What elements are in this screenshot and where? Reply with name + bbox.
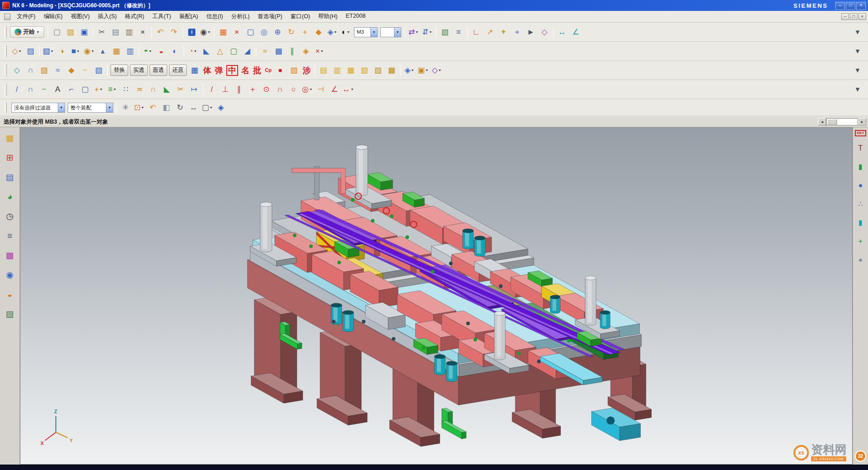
key-function-button[interactable]: ✦: [497, 25, 510, 39]
tool-palette-button[interactable]: T: [854, 141, 868, 155]
molecule-button[interactable]: ∴: [854, 197, 868, 211]
more-surface-button[interactable]: ◇▼: [430, 64, 444, 77]
intersect-button[interactable]: ◐: [168, 45, 182, 58]
menu-et2008[interactable]: ET2008: [342, 11, 370, 22]
delete-button[interactable]: ×: [136, 25, 150, 39]
redo-button[interactable]: ↷: [167, 25, 181, 39]
key-tips-button[interactable]: KEY: [855, 130, 866, 136]
intersection-point-button[interactable]: ⊙: [259, 83, 273, 96]
boss-button[interactable]: ▴: [96, 45, 110, 58]
fit-view-button[interactable]: ↻: [284, 25, 298, 39]
reuse-library-button[interactable]: ◕: [3, 190, 17, 203]
app-icon[interactable]: [2, 2, 10, 9]
text-button[interactable]: A: [51, 83, 65, 96]
ruled-surface-button[interactable]: ▨: [37, 64, 51, 77]
new-window-button[interactable]: ▢: [244, 25, 257, 39]
view-orientation-button[interactable]: ◈▼: [325, 25, 339, 39]
cut-button[interactable]: ✂: [95, 25, 109, 39]
circle-diameter-button[interactable]: ◎▼: [300, 83, 314, 96]
selection-filter-combo[interactable]: 没有选择过滤器▼: [11, 103, 65, 113]
add-tool-button[interactable]: +: [854, 235, 868, 248]
mdi-close-button[interactable]: ×: [858, 13, 866, 20]
name-button[interactable]: 名: [239, 64, 251, 77]
close-button[interactable]: ×: [856, 2, 866, 10]
cue-scroll-thumb[interactable]: [827, 119, 837, 125]
undo-button[interactable]: ↶: [154, 25, 167, 39]
find-component-button[interactable]: ◉▼: [199, 25, 212, 39]
menu-tools[interactable]: 工具(T): [148, 11, 175, 22]
fillet-button[interactable]: ∩: [146, 83, 160, 96]
replace-button[interactable]: 替换: [110, 65, 128, 76]
grid-face-button[interactable]: ▦: [188, 64, 201, 77]
sphere-tool-button[interactable]: ●: [854, 179, 868, 192]
face-analyze-button[interactable]: ▩: [385, 64, 399, 77]
view-combo[interactable]: ▼: [380, 27, 401, 37]
menu-format[interactable]: 格式(R): [121, 11, 148, 22]
green-cell-button[interactable]: ▮: [854, 160, 868, 174]
thicken-button[interactable]: ▧: [92, 64, 105, 77]
menu-help[interactable]: 帮助(H): [314, 11, 341, 22]
block-button[interactable]: ■▼: [69, 45, 82, 58]
vector-constructor-button[interactable]: ↗: [483, 25, 497, 39]
snap-point-button[interactable]: ⊡▼: [132, 101, 146, 115]
face-hide-button[interactable]: ▧: [358, 64, 371, 77]
promotions-button[interactable]: ▣▼: [416, 64, 430, 77]
arc-button[interactable]: ∩: [24, 83, 37, 96]
menu-file[interactable]: 文件(F): [13, 11, 40, 22]
wcs-orient-button[interactable]: ∟: [469, 25, 483, 39]
quick-trim-button[interactable]: ⊣: [314, 83, 328, 96]
profile-button[interactable]: ⌐: [65, 83, 78, 96]
n-sided-surface-button[interactable]: ◆: [65, 64, 78, 77]
constraints-button[interactable]: ∠: [328, 83, 341, 96]
pan-drag-button[interactable]: ↔: [187, 101, 200, 115]
save-button[interactable]: ▣: [77, 25, 91, 39]
shell-button[interactable]: ▢: [227, 45, 240, 58]
trim-body-button[interactable]: △: [213, 45, 227, 58]
edge-blend-button[interactable]: ◔▼: [186, 45, 200, 58]
four-point-surface-button[interactable]: ◇: [10, 64, 24, 77]
measure-angle-button[interactable]: ∠: [569, 25, 583, 39]
chamfer-curve-button[interactable]: ◣: [160, 83, 174, 96]
part-navigator-button[interactable]: ▤: [3, 170, 17, 184]
dimension-button[interactable]: ↔▼: [341, 83, 355, 96]
menu-preferences[interactable]: 首选项(P): [254, 11, 286, 22]
history-palette-button[interactable]: ▩: [3, 248, 17, 262]
shaded-cube-button[interactable]: ◈: [214, 101, 228, 115]
window-layout-button[interactable]: ▦: [216, 25, 230, 39]
unite-button[interactable]: ◓▼: [141, 45, 155, 58]
face-color-button[interactable]: ▦: [344, 64, 358, 77]
render-style-button[interactable]: ◐▼: [339, 25, 353, 39]
body-button[interactable]: 体: [201, 64, 213, 77]
scale-body-button[interactable]: ◈: [299, 45, 313, 58]
mdi-restore-button[interactable]: □: [850, 13, 858, 20]
sew-button[interactable]: ≈: [258, 45, 272, 58]
assembly-constraints-button[interactable]: ⇵▼: [420, 25, 434, 39]
maximize-button[interactable]: □: [846, 2, 855, 10]
cross-point-button[interactable]: +: [246, 83, 259, 96]
web-browser-button[interactable]: ≡: [3, 229, 17, 242]
extrude-button[interactable]: ▧▼: [41, 45, 55, 58]
new-file-button[interactable]: ▢: [50, 25, 64, 39]
parallel-button[interactable]: ∥: [232, 83, 246, 96]
image-capture-button[interactable]: ▨: [3, 307, 17, 320]
studio-surface-button[interactable]: ~: [78, 64, 92, 77]
menu-insert[interactable]: 插入(S): [94, 11, 121, 22]
move-component-button[interactable]: ⇄▼: [407, 25, 420, 39]
delete-face-button[interactable]: ×▼: [313, 45, 326, 58]
constraint-navigator-button[interactable]: ⊞: [3, 150, 17, 164]
batch-button[interactable]: 批: [251, 64, 263, 77]
rotate-view-button[interactable]: ↻: [173, 101, 187, 115]
close-window-button[interactable]: ×: [230, 25, 244, 39]
copy-button[interactable]: ▤: [109, 25, 122, 39]
spline-button[interactable]: ~: [37, 83, 51, 96]
draft-button[interactable]: ◢: [240, 45, 254, 58]
minimize-button[interactable]: –: [835, 2, 845, 10]
info-button[interactable]: i: [185, 25, 199, 39]
offset-curve-button[interactable]: ≡▼: [105, 83, 119, 96]
trimetric-view-button[interactable]: ◆: [312, 25, 325, 39]
measure-tube-button[interactable]: ▮: [854, 216, 868, 230]
cp-button[interactable]: Cp: [263, 64, 274, 77]
paste-button[interactable]: ▥: [122, 25, 136, 39]
pad-button[interactable]: ▥: [123, 45, 137, 58]
through-curves-button[interactable]: ≈: [51, 64, 65, 77]
